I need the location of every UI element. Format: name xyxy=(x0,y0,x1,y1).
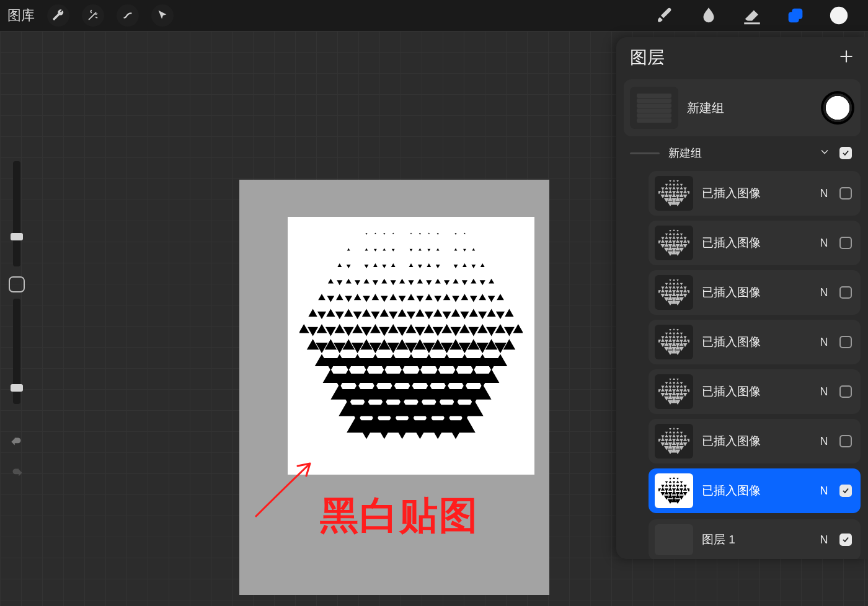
canvas[interactable] xyxy=(239,180,549,595)
wand-icon xyxy=(86,9,100,22)
cursor-icon xyxy=(156,9,169,22)
color-button[interactable] xyxy=(825,1,853,30)
layer-label: 已插入图像 xyxy=(702,384,808,400)
brush-icon xyxy=(655,5,676,26)
selection-button[interactable] xyxy=(117,4,139,27)
eraser-button[interactable] xyxy=(738,1,766,30)
layers-panel: 图层 新建组 新建组 已插入图像N已插入图像N已插入图像N已插入 xyxy=(616,37,868,559)
left-rail xyxy=(5,161,29,410)
svg-point-2 xyxy=(830,7,848,24)
visibility-checkbox[interactable] xyxy=(839,336,852,348)
layer-label: 已插入图像 xyxy=(702,235,808,251)
blend-mode-letter[interactable]: N xyxy=(817,286,831,299)
group-thumb-icon xyxy=(630,87,678,129)
color-box[interactable] xyxy=(9,276,25,292)
background-thumb-icon xyxy=(655,524,693,555)
layers-icon xyxy=(785,5,806,26)
svg-rect-1 xyxy=(789,12,799,22)
layers-panel-title: 图层 xyxy=(630,46,665,69)
group-label: 新建组 xyxy=(687,100,815,116)
hex-pattern-icon xyxy=(299,223,523,459)
wrench-icon xyxy=(51,9,65,22)
blend-mode-letter[interactable]: N xyxy=(817,385,831,398)
layer-group[interactable]: 新建组 xyxy=(624,79,861,136)
layer-row[interactable]: 已插入图像N xyxy=(649,320,861,364)
top-toolbar: 图库 xyxy=(0,0,868,31)
blend-indicator-icon[interactable] xyxy=(823,94,852,122)
visibility-checkbox[interactable] xyxy=(839,147,852,159)
brush-size-slider[interactable] xyxy=(13,161,20,266)
layer-row[interactable]: 已插入图像N xyxy=(649,171,861,216)
visibility-checkbox[interactable] xyxy=(839,485,852,497)
visibility-checkbox[interactable] xyxy=(839,286,852,299)
blend-mode-letter[interactable]: N xyxy=(817,534,831,547)
gallery-button[interactable]: 图库 xyxy=(7,6,35,25)
layer-row[interactable]: 已插入图像N xyxy=(649,468,861,513)
layer-label: 已插入图像 xyxy=(702,433,808,449)
slider-thumb[interactable] xyxy=(11,233,23,240)
layer-thumb-icon xyxy=(655,325,693,359)
layer-label: 已插入图像 xyxy=(702,483,808,499)
eraser-icon xyxy=(742,5,763,26)
wrench-button[interactable] xyxy=(47,4,69,27)
paint-brush-button[interactable] xyxy=(651,1,680,30)
blend-mode-letter[interactable]: N xyxy=(817,187,831,200)
blend-mode-letter[interactable]: N xyxy=(817,435,831,448)
s-curve-icon xyxy=(121,9,135,22)
add-layer-button[interactable] xyxy=(838,48,854,67)
visibility-checkbox[interactable] xyxy=(839,187,852,200)
layer-thumb-icon xyxy=(655,176,693,211)
visibility-checkbox[interactable] xyxy=(839,534,852,546)
undo-button[interactable] xyxy=(9,434,25,452)
background-label: 图层 1 xyxy=(702,532,808,548)
smudge-icon xyxy=(698,5,719,26)
layer-row[interactable]: 已插入图像N xyxy=(649,270,861,315)
layer-thumb-icon xyxy=(655,226,693,260)
group-line-icon xyxy=(630,152,660,154)
layers-button[interactable] xyxy=(781,1,810,30)
redo-button[interactable] xyxy=(9,465,25,483)
layer-thumb-icon xyxy=(655,275,693,310)
canvas-artwork xyxy=(288,217,534,475)
slider-thumb[interactable] xyxy=(11,384,23,392)
chevron-down-icon[interactable] xyxy=(818,146,831,160)
redo-icon xyxy=(9,465,25,481)
visibility-checkbox[interactable] xyxy=(839,385,852,398)
layer-group-header[interactable]: 新建组 xyxy=(624,140,861,166)
layer-label: 已插入图像 xyxy=(702,185,808,201)
undo-icon xyxy=(9,434,25,450)
layer-thumb-icon xyxy=(655,473,693,508)
layer-row[interactable]: 已插入图像N xyxy=(649,369,861,414)
visibility-checkbox[interactable] xyxy=(839,435,852,447)
layer-thumb-icon xyxy=(655,374,693,409)
blend-mode-letter[interactable]: N xyxy=(817,237,831,250)
background-layer-row[interactable]: 图层 1 N xyxy=(649,519,861,559)
visibility-checkbox[interactable] xyxy=(839,237,852,249)
move-button[interactable] xyxy=(151,4,174,27)
layer-row[interactable]: 已插入图像N xyxy=(649,419,861,463)
smudge-button[interactable] xyxy=(694,1,723,30)
color-circle-icon xyxy=(828,5,849,26)
layer-label: 已插入图像 xyxy=(702,284,808,301)
layer-row[interactable]: 已插入图像N xyxy=(649,221,861,265)
opacity-slider[interactable] xyxy=(13,299,20,404)
plus-icon xyxy=(838,48,854,64)
blend-mode-letter[interactable]: N xyxy=(817,336,831,349)
blend-mode-letter[interactable]: N xyxy=(817,485,831,498)
layer-label: 已插入图像 xyxy=(702,334,808,350)
group-label: 新建组 xyxy=(668,146,810,160)
magic-wand-button[interactable] xyxy=(82,4,104,27)
layer-thumb-icon xyxy=(655,424,693,459)
